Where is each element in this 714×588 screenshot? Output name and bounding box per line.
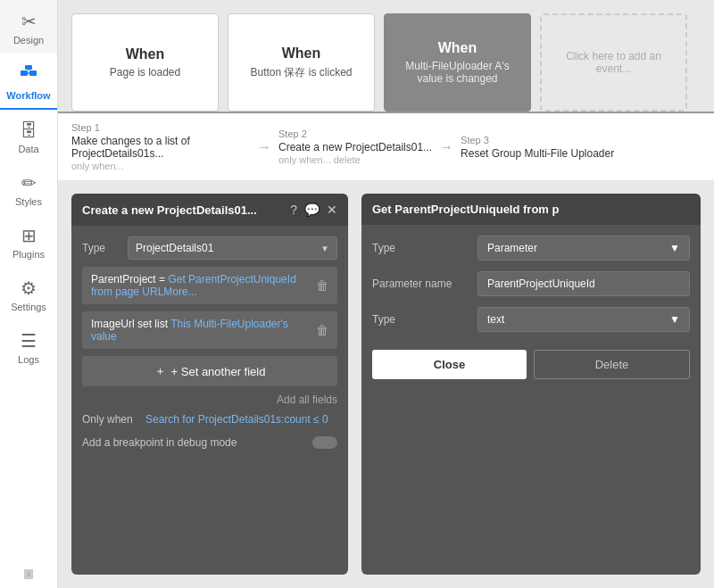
step-label-1: Step 1 [71, 122, 250, 133]
type-label: Type [82, 242, 122, 254]
comment-icon[interactable]: 💬 [304, 203, 320, 217]
only-when-value[interactable]: Search for ProjectDetails01s:count ≤ 0 [145, 413, 328, 426]
create-dialog-body: Type ProjectDetails01 ▼ ParentProject = … [71, 226, 348, 575]
rp-value-type-label: Type [372, 313, 470, 326]
svg-rect-1 [29, 70, 37, 76]
debug-toggle[interactable] [312, 436, 337, 449]
svg-rect-3 [25, 65, 32, 70]
add-all-fields-text: Add all fields [277, 393, 337, 406]
logs-icon: ☰ [21, 330, 37, 352]
field1-trash-icon[interactable]: 🗑 [316, 278, 328, 293]
only-when-row: Only when Search for ProjectDetails01s:c… [82, 413, 337, 426]
event-subtitle-0: Page is loaded [110, 66, 180, 79]
sidebar-item-styles[interactable]: ✏ Styles [0, 161, 57, 214]
step-block-1[interactable]: Step 1 Make changes to a list of Project… [71, 122, 250, 171]
rp-param-name-label: Parameter name [372, 277, 470, 290]
settings-icon: ⚙ [21, 277, 37, 299]
type-select-arrow: ▼ [320, 244, 329, 253]
sidebar-label-design: Design [13, 35, 44, 46]
get-dialog-body: Type Parameter ▼ Parameter name ParentPr… [361, 225, 701, 390]
sidebar-item-logs[interactable]: ☰ Logs [0, 319, 57, 372]
add-field-label: + Set another field [171, 365, 266, 378]
create-dialog: Create a new ProjectDetails01... ? 💬 ✕ T… [71, 194, 348, 575]
event-title-0: When [126, 46, 165, 62]
type-field-row: Type ProjectDetails01 ▼ [82, 236, 337, 260]
scissors-icon: ✂ [21, 11, 37, 32]
only-when-label: Only when [82, 413, 140, 426]
rp-close-button[interactable]: Close [372, 350, 527, 379]
workflow-icon [19, 63, 38, 87]
create-dialog-icons: ? 💬 ✕ [290, 203, 337, 217]
get-dialog-header: Get ParentProjectUniqueId from p [361, 194, 701, 225]
close-icon[interactable]: ✕ [327, 203, 337, 217]
add-field-plus-icon: ＋ [154, 363, 166, 379]
step-sub-2: only when... delete [278, 154, 432, 165]
events-row: When Page is loaded When Button 保存 is cl… [58, 0, 714, 112]
image-url-row: ImageUrl set list This Multi-FileUploade… [82, 311, 337, 349]
sidebar-item-data[interactable]: 🗄 Data [0, 110, 57, 161]
event-subtitle-2: Multi-FileUploader A's value is changed [394, 60, 521, 85]
rp-type-label: Type [372, 242, 470, 254]
data-icon: 🗄 [20, 120, 37, 141]
add-all-fields-link[interactable]: Add all fields [82, 393, 337, 406]
rp-type-arrow: ▼ [669, 242, 680, 254]
create-dialog-header: Create a new ProjectDetails01... ? 💬 ✕ [71, 194, 348, 226]
event-card-0[interactable]: When Page is loaded [71, 13, 219, 112]
rp-param-name-value-box[interactable]: ParentProjectUniqueId [477, 271, 690, 296]
styles-icon: ✏ [21, 172, 37, 194]
step-title-1: Make changes to a list of ProjectDetails… [71, 135, 250, 160]
event-card-1[interactable]: When Button 保存 is clicked [228, 13, 375, 112]
debug-label: Add a breakpoint in debug mode [82, 436, 237, 449]
panels-area: Create a new ProjectDetails01... ? 💬 ✕ T… [58, 180, 714, 588]
step-arrow-2: → [439, 139, 453, 155]
step-block-2[interactable]: Step 2 Create a new ProjectDetails01... … [278, 128, 432, 165]
sidebar-item-workflow[interactable]: Workflow [0, 53, 57, 110]
step-arrow-1: → [257, 139, 271, 155]
parent-project-field: ParentProject = Get ParentProjectUniqueI… [91, 273, 316, 298]
rp-type-select[interactable]: Parameter ▼ [477, 236, 690, 261]
sidebar-label-settings: Settings [11, 302, 46, 312]
rp-buttons: Close Delete [372, 350, 690, 379]
add-field-button[interactable]: ＋ + Set another field [82, 356, 337, 386]
rp-value-type-select[interactable]: text ▼ [477, 307, 690, 332]
sidebar-item-design[interactable]: ✂ Design [0, 0, 57, 53]
rp-type-value: Parameter [487, 242, 537, 254]
step-label-3: Step 3 [461, 135, 614, 145]
step-label-2: Step 2 [278, 128, 432, 139]
sidebar-item-settings[interactable]: ⚙ Settings [0, 267, 57, 319]
rp-delete-button[interactable]: Delete [534, 350, 690, 379]
rp-delete-label: Delete [595, 358, 629, 371]
field2-trash-icon[interactable]: 🗑 [316, 323, 328, 337]
debug-row: Add a breakpoint in debug mode [82, 436, 337, 449]
field1-name: ParentProject [91, 273, 156, 286]
plugins-icon: ⊞ [21, 225, 37, 246]
get-dialog-title: Get ParentProjectUniqueId from p [372, 203, 559, 216]
sidebar-label-logs: Logs [18, 354, 39, 365]
event-card-2[interactable]: When Multi-FileUploader A's value is cha… [384, 13, 531, 112]
type-select-value: ProjectDetails01 [136, 242, 213, 254]
image-url-field: ImageUrl set list This Multi-FileUploade… [91, 318, 316, 343]
rp-type-row: Type Parameter ▼ [372, 236, 690, 261]
rp-value-type-arrow: ▼ [669, 313, 680, 326]
help-icon[interactable]: ? [290, 203, 297, 217]
field2-name: ImageUrl set list [91, 318, 168, 330]
rp-param-name-value: ParentProjectUniqueId [487, 277, 595, 290]
rp-param-name-row: Parameter name ParentProjectUniqueId [372, 271, 690, 296]
type-select[interactable]: ProjectDetails01 ▼ [128, 236, 337, 260]
sidebar-label-workflow: Workflow [6, 90, 50, 101]
steps-row: Step 1 Make changes to a list of Project… [58, 112, 714, 180]
step-title-3: Reset Group Multi-File Uploader [461, 147, 614, 160]
svg-rect-0 [21, 70, 28, 76]
main-content: When Page is loaded When Button 保存 is cl… [58, 0, 714, 588]
rp-value-type-row: Type text ▼ [372, 307, 690, 332]
rp-close-label: Close [434, 358, 465, 371]
sidebar-expand-handle[interactable]: › [24, 569, 33, 579]
sidebar-item-plugins[interactable]: ⊞ Plugins [0, 214, 57, 267]
sidebar: ✂ Design Workflow 🗄 Data ✏ Styles ⊞ Plug… [0, 0, 58, 588]
event-card-add[interactable]: Click here to add an event... [540, 13, 687, 112]
step-block-3[interactable]: Step 3 Reset Group Multi-File Uploader [461, 135, 614, 160]
event-title-1: When [282, 46, 321, 62]
sidebar-label-plugins: Plugins [12, 249, 45, 260]
step-title-2: Create a new ProjectDetails01... [278, 141, 432, 153]
parent-project-row: ParentProject = Get ParentProjectUniqueI… [82, 267, 337, 304]
